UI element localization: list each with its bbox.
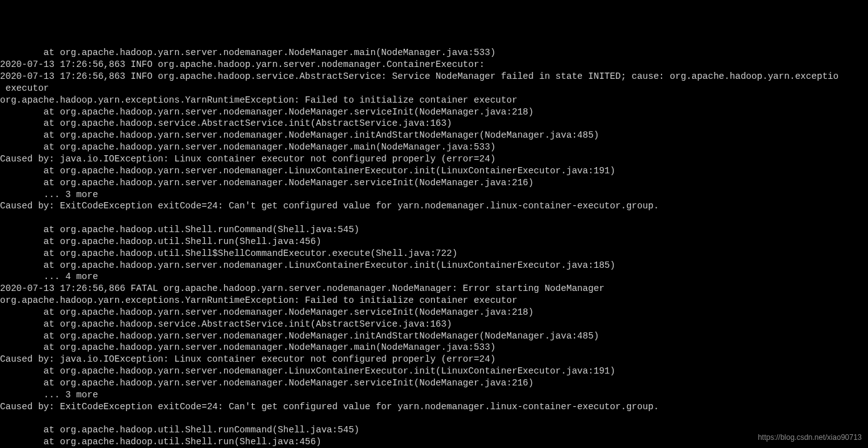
watermark-text: https://blog.csdn.net/xiao90713 — [758, 433, 862, 443]
terminal-log-output[interactable]: at org.apache.hadoop.yarn.server.nodeman… — [0, 47, 868, 448]
